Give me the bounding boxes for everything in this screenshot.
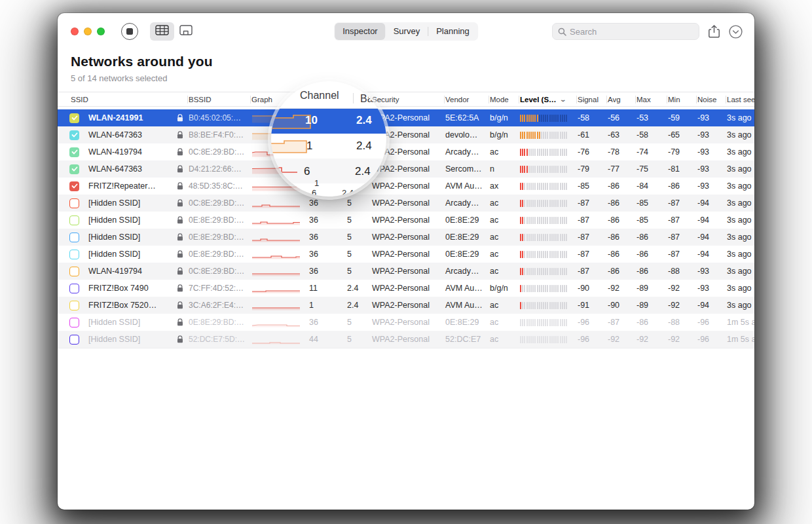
- cell-bssid: 0E:8E:29:BD:…: [187, 314, 250, 331]
- cell-min: -65: [667, 126, 696, 143]
- cell-avg: -87: [606, 314, 635, 331]
- cell-mode: ac: [489, 143, 519, 160]
- tab-planning[interactable]: Planning: [428, 23, 477, 40]
- cell-max: -85: [635, 212, 667, 229]
- table-row[interactable]: [Hidden SSID]0C:8E:29:BD:…365WPA2-Person…: [58, 195, 754, 212]
- network-checkbox[interactable]: [69, 147, 79, 157]
- table-row[interactable]: [Hidden SSID]0E:8E:29:BD:…365WPA2-Person…: [58, 314, 754, 331]
- column-header-vendor[interactable]: Vendor: [444, 92, 489, 106]
- cell-avg: -77: [606, 160, 635, 178]
- floorplan-view-button[interactable]: [174, 22, 198, 41]
- table-row[interactable]: WLAN-241991B0:45:02:05:…102.4WPA2-Person…: [58, 109, 754, 126]
- cell-vendor: 0E:8E:29: [444, 229, 489, 246]
- cell-lock: [175, 109, 187, 126]
- toolbar: Inspector Survey Planning: [58, 13, 754, 50]
- cell-level: [519, 160, 576, 178]
- column-header-min[interactable]: Min: [667, 92, 696, 106]
- signal-level-bars: [520, 149, 567, 156]
- column-header-signal[interactable]: Signal: [576, 92, 606, 106]
- cell-level: [519, 263, 576, 280]
- cell-last-seen: 3s ago: [726, 126, 754, 143]
- cell-graph: [250, 280, 308, 297]
- cell-lock: [175, 195, 187, 212]
- column-header-mode[interactable]: Mode: [489, 92, 519, 106]
- search-field[interactable]: [552, 23, 699, 40]
- cell-security: WPA2-Personal: [371, 229, 444, 246]
- table-row[interactable]: [Hidden SSID]0E:8E:29:BD:…365WPA2-Person…: [58, 246, 754, 263]
- table-view-button[interactable]: [150, 22, 174, 41]
- table-row[interactable]: FRITZ!Box 74907C:FF:4D:52:…112.4WPA2-Per…: [58, 280, 754, 297]
- network-checkbox[interactable]: [69, 318, 79, 328]
- column-header-bssid[interactable]: BSSID: [187, 92, 250, 106]
- lock-icon: [177, 233, 183, 241]
- table-view-icon: [155, 25, 169, 38]
- table-row[interactable]: WLAN-647363B8:BE:F4:F0:…12.4WPA2-Persona…: [58, 126, 754, 143]
- cell-signal: -79: [576, 160, 606, 178]
- network-checkbox[interactable]: [69, 301, 79, 310]
- network-checkbox[interactable]: [69, 181, 79, 191]
- column-header-security[interactable]: Security: [371, 92, 444, 106]
- lock-icon: [177, 318, 183, 326]
- cell-level: [519, 314, 576, 331]
- column-header-avg[interactable]: Avg: [606, 92, 635, 106]
- cell-channel: 44: [308, 331, 346, 348]
- column-header-level[interactable]: Level (S…⌄: [519, 92, 576, 106]
- search-input[interactable]: [570, 27, 693, 37]
- column-header-noise[interactable]: Noise: [696, 92, 726, 106]
- cell-mode: ac: [489, 195, 519, 212]
- cell-channel: 36: [308, 212, 346, 229]
- lock-icon: [177, 182, 183, 190]
- tab-inspector[interactable]: Inspector: [335, 23, 385, 40]
- zoom-window-button[interactable]: [97, 28, 105, 35]
- close-window-button[interactable]: [71, 28, 79, 35]
- cell-checkbox: [58, 160, 86, 178]
- network-checkbox[interactable]: [69, 335, 79, 345]
- table-row[interactable]: [Hidden SSID]0E:8E:29:BD:…365WPA2-Person…: [58, 229, 754, 246]
- cell-noise: -93: [696, 263, 726, 280]
- tab-survey[interactable]: Survey: [386, 23, 428, 40]
- network-checkbox[interactable]: [69, 130, 79, 140]
- table-row[interactable]: WLAN-4197940C:8E:29:BD:…62.4WPA2-Persona…: [58, 143, 754, 160]
- stop-icon: [126, 28, 133, 35]
- network-checkbox[interactable]: [69, 284, 79, 293]
- column-header-last-seen[interactable]: Last seen: [726, 92, 754, 106]
- table-row[interactable]: [Hidden SSID]52:DC:E7:5D:…445WPA2-Person…: [58, 331, 754, 348]
- cell-lock: [175, 263, 187, 280]
- table-row[interactable]: FRITZ!Repeater…48:5D:35:8C:…62.4WPA2-Per…: [58, 178, 754, 195]
- cell-max: -86: [635, 246, 667, 263]
- network-checkbox[interactable]: [69, 267, 79, 276]
- cell-channel: 11: [308, 280, 346, 297]
- cell-mode: ac: [489, 263, 519, 280]
- network-checkbox[interactable]: [69, 250, 79, 259]
- network-checkbox[interactable]: [69, 164, 79, 174]
- cell-checkbox: [58, 195, 86, 212]
- cell-signal: -96: [576, 314, 606, 331]
- minimize-window-button[interactable]: [84, 28, 92, 35]
- network-checkbox[interactable]: [69, 233, 79, 242]
- cell-security: WPA2-Personal: [371, 160, 444, 178]
- cell-graph: [250, 229, 308, 246]
- cell-mode: b/g/n: [489, 280, 519, 297]
- cell-signal: -91: [576, 297, 606, 314]
- column-header-max[interactable]: Max: [635, 92, 667, 106]
- stop-scan-button[interactable]: [121, 23, 138, 40]
- table-row[interactable]: FRITZ!Box 7520…3C:A6:2F:E4:…12.4WPA2-Per…: [58, 297, 754, 314]
- table-row[interactable]: [Hidden SSID]0E:8E:29:BD:…365WPA2-Person…: [58, 212, 754, 229]
- cell-avg: -92: [606, 331, 635, 348]
- network-checkbox[interactable]: [69, 113, 79, 123]
- table-row[interactable]: WLAN-4197940C:8E:29:BD:…365WPA2-Personal…: [58, 263, 754, 280]
- cell-noise: -94: [696, 195, 726, 212]
- share-button[interactable]: [709, 25, 720, 38]
- cell-last-seen: 3s ago: [726, 297, 754, 314]
- table-row[interactable]: WLAN-647363D4:21:22:66:…12.4WPA2-Persona…: [58, 160, 754, 178]
- cell-vendor: Arcady…: [444, 143, 489, 160]
- column-header-ssid[interactable]: SSID: [58, 92, 175, 106]
- cell-graph: [250, 212, 308, 229]
- network-checkbox[interactable]: [69, 215, 79, 225]
- cell-bssid: B0:45:02:05:…: [187, 109, 250, 126]
- network-checkbox[interactable]: [69, 198, 79, 208]
- cell-noise: -93: [696, 178, 726, 195]
- cell-level: [519, 212, 576, 229]
- table-header: SSID BSSID Graph Channel Band Security V…: [58, 92, 754, 107]
- more-options-button[interactable]: [729, 25, 743, 39]
